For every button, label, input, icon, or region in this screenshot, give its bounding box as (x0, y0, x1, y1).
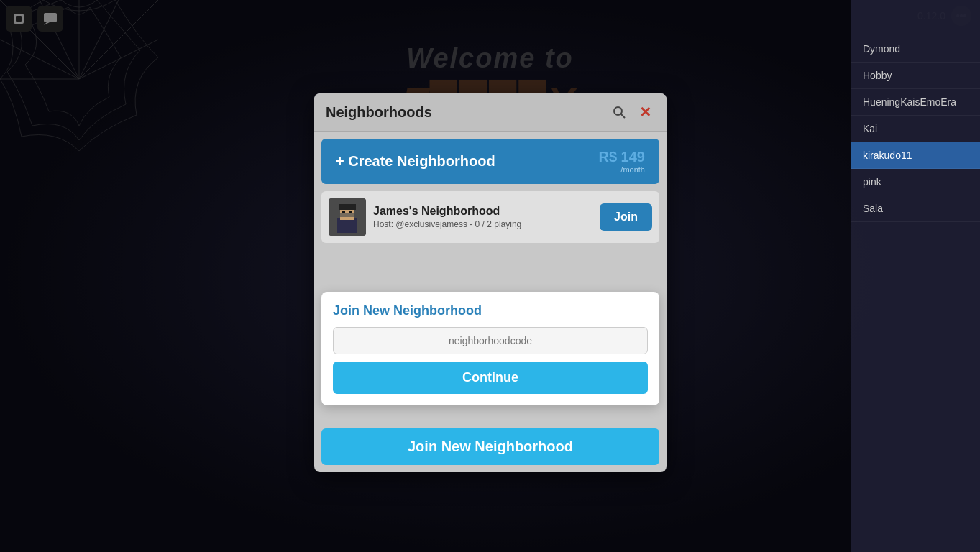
join-submodal-title: Join New Neighborhood (333, 303, 648, 318)
price-period: /month (599, 165, 646, 174)
avatar (329, 198, 366, 236)
create-btn-label: + Create Neighborhood (336, 153, 495, 170)
neighbor-info: James's Neighborhood Host: @exclusivejam… (373, 205, 592, 229)
svg-rect-17 (339, 204, 356, 210)
svg-rect-20 (340, 213, 354, 217)
sidebar-item-kai[interactable]: Kai (851, 116, 980, 142)
neighbor-name: James's Neighborhood (373, 205, 592, 218)
sidebar-item-hueningkaisemoera[interactable]: HueningKaisEmoEra (851, 89, 980, 116)
close-button[interactable]: ✕ (635, 102, 655, 122)
neighborhood-code-input[interactable] (333, 327, 648, 354)
create-btn-price: R$ 149 /month (599, 149, 646, 174)
modal-header-actions: ✕ (609, 102, 655, 122)
right-sidebar: Dymond Hobby HueningKaisEmoEra Kai kirak… (851, 0, 980, 552)
create-neighborhood-button[interactable]: + Create Neighborhood R$ 149 /month (321, 139, 659, 184)
neighborhood-list-item: James's Neighborhood Host: @exclusivejam… (321, 191, 659, 243)
sidebar-item-pink[interactable]: pink (851, 169, 980, 196)
modal-footer: Join New Neighborhood (314, 428, 667, 472)
join-neighborhood-button[interactable]: Join (600, 203, 652, 231)
sidebar-list: Dymond Hobby HueningKaisEmoEra Kai kirak… (851, 36, 980, 222)
price-amount: R$ 149 (599, 149, 646, 165)
svg-point-12 (614, 107, 622, 115)
svg-rect-15 (337, 218, 357, 233)
neighborhoods-modal: Neighborhoods ✕ + Create Neighborhood R$… (314, 93, 667, 472)
sidebar-item-sala[interactable]: Sala (851, 196, 980, 222)
join-new-neighborhood-button[interactable]: Join New Neighborhood (321, 428, 659, 465)
svg-line-13 (621, 114, 626, 119)
sidebar-item-kirakudo11[interactable]: kirakudo11 (851, 142, 980, 169)
search-icon[interactable] (609, 102, 629, 122)
neighbor-host: Host: @exclusivejamess - 0 / 2 playing (373, 219, 592, 229)
sidebar-item-dymond[interactable]: Dymond (851, 36, 980, 63)
modal-header: Neighborhoods ✕ (314, 93, 667, 132)
continue-button[interactable]: Continue (333, 362, 648, 394)
modal-body: Join New Neighborhood Continue (314, 249, 667, 428)
sidebar-item-hobby[interactable]: Hobby (851, 63, 980, 89)
modal-title: Neighborhoods (326, 104, 432, 121)
join-submodal: Join New Neighborhood Continue (321, 292, 659, 405)
